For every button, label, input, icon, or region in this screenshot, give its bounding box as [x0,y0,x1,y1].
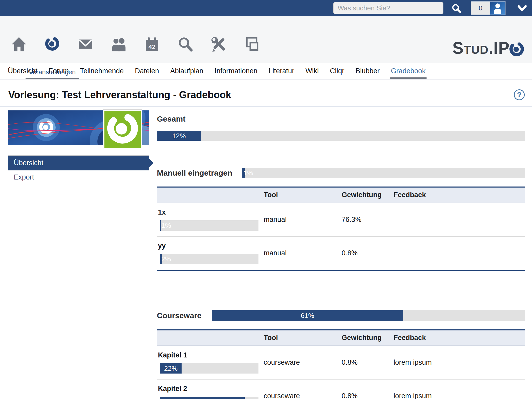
tools-icon [210,36,227,52]
tab-teilnehmende[interactable]: Teilnehmende [80,63,124,79]
table-row: Kapitel 2 86% courseware 0.8% lorem ipsu… [157,379,525,399]
community-nav[interactable] [109,35,128,53]
row-weight: 0.8% [341,379,393,399]
row-feedback: lorem ipsum [393,345,525,379]
notification-count[interactable]: 0 [471,2,490,15]
courseware-grades-table: Tool Gewichtung Feedback Kapitel 1 22% c… [157,329,525,399]
topbar: 0 [0,0,532,16]
group-manual-progressbar: 1% [242,168,525,178]
table-header-row: Tool Gewichtung Feedback [157,330,525,345]
tab-ablaufplan[interactable]: Ablaufplan [170,63,203,79]
row-label: Kapitel 2 [158,385,263,393]
search-input[interactable] [333,2,443,14]
page-title: Vorlesung: Test Lehrveranstaltung - Grad… [8,89,231,101]
table-row: Kapitel 1 22% courseware 0.8% lorem ipsu… [157,345,525,379]
row-feedback [393,236,525,270]
search-nav[interactable] [176,35,195,53]
tab-wiki[interactable]: Wiki [305,63,319,79]
studip-logo-text: Stud.IP [453,34,510,62]
overall-heading: Gesamt [157,114,525,124]
group-courseware-header: Courseware 61% [157,310,525,321]
courses-nav[interactable]: Veranstaltungen [43,35,62,53]
tab-forum[interactable]: Forum [49,63,69,79]
col-tool: Tool [263,330,341,345]
studip-swirl-icon [104,110,141,149]
row-progressbar: 86% [160,397,258,399]
row-label: Kapitel 1 [158,351,263,359]
row-tool: courseware [263,379,341,399]
row-label: yy [158,242,263,250]
row-progressbar: 1% [160,220,258,231]
calendar-icon: 42 [144,36,160,52]
row-feedback [393,203,525,236]
divider [0,106,532,107]
col-feedback: Feedback [393,330,525,345]
group-manual-header: Manuell eingetragen 1% [157,168,525,178]
main-iconbar: Veranstaltungen [0,16,532,63]
tab-cliqr[interactable]: Cliqr [330,63,344,79]
group-manual-heading: Manuell eingetragen [157,168,232,178]
group-courseware-progressbar: 61% [212,310,525,321]
row-tool: manual [263,236,341,270]
chevron-down-icon[interactable] [517,4,527,13]
row-tool: courseware [263,345,341,379]
sidebar-menu: Übersicht Export [8,155,149,184]
manual-grades-table: Tool Gewichtung Feedback 1x 1% manual 7 [157,187,525,271]
sidebar: Übersicht Export [8,110,149,184]
tab-uebersicht[interactable]: Übersicht [8,63,37,79]
row-weight: 0.8% [341,345,393,379]
person-icon [491,2,504,15]
page-head: Vorlesung: Test Lehrveranstaltung - Grad… [0,79,532,101]
table-row: 1x 1% manual 76.3% [157,203,525,236]
gradebook-content: Gesamt 12% Manuell eingetragen 1% Tool G… [157,112,525,399]
bulletin-nav[interactable] [242,35,261,53]
avatar[interactable] [490,2,505,15]
overall-progressbar: 12% [157,131,525,141]
row-weight: 0.8% [341,236,393,270]
row-tool: manual [263,203,341,236]
studip-app: 0 Veranstaltungen [0,0,532,399]
home-nav[interactable] [9,35,29,53]
studip-logo-swirl-icon [508,41,525,58]
row-label: 1x [158,208,263,216]
row-feedback: lorem ipsum [393,379,525,399]
courses-spiral-icon [44,36,61,52]
col-gewichtung: Gewichtung [341,330,393,345]
sidebar-item-uebersicht[interactable]: Übersicht [8,156,149,170]
help-icon[interactable]: ? [514,89,525,100]
calendar-nav[interactable]: 42 [142,35,162,53]
row-progressbar: 2% [160,254,258,264]
course-tabbar: Übersicht Forum Teilnehmende Dateien Abl… [0,63,532,79]
course-avatar-tile [103,110,142,149]
home-icon [11,36,27,52]
overall-progress-value: 12% [172,132,186,140]
studip-logo: Stud.IP [453,34,525,62]
global-search [333,2,443,14]
search-icon [177,36,193,52]
course-banner-image [8,110,149,145]
group-courseware-heading: Courseware [157,310,202,321]
tab-gradebook[interactable]: Gradebook [391,63,426,79]
tab-literatur[interactable]: Literatur [269,63,294,79]
row-progressbar: 22% [160,363,258,374]
mail-icon [78,36,93,52]
sidebar-item-export[interactable]: Export [8,170,149,184]
col-gewichtung: Gewichtung [341,187,393,203]
tab-dateien[interactable]: Dateien [135,63,159,79]
active-arrow [149,159,154,168]
bulletin-board-icon [244,36,260,52]
messages-nav[interactable] [76,35,95,53]
community-icon [111,36,127,52]
row-weight: 76.3% [341,203,393,236]
calendar-badge: 42 [148,43,155,50]
tools-nav[interactable] [209,35,228,53]
user-menu-trigger[interactable]: 0 [471,1,506,15]
search-icon[interactable] [451,3,462,14]
col-tool: Tool [263,187,341,203]
tab-blubber[interactable]: Blubber [356,63,380,79]
col-feedback: Feedback [393,187,525,203]
table-header-row: Tool Gewichtung Feedback [157,187,525,203]
tab-informationen[interactable]: Informationen [215,63,257,79]
table-row: yy 2% manual 0.8% [157,236,525,270]
